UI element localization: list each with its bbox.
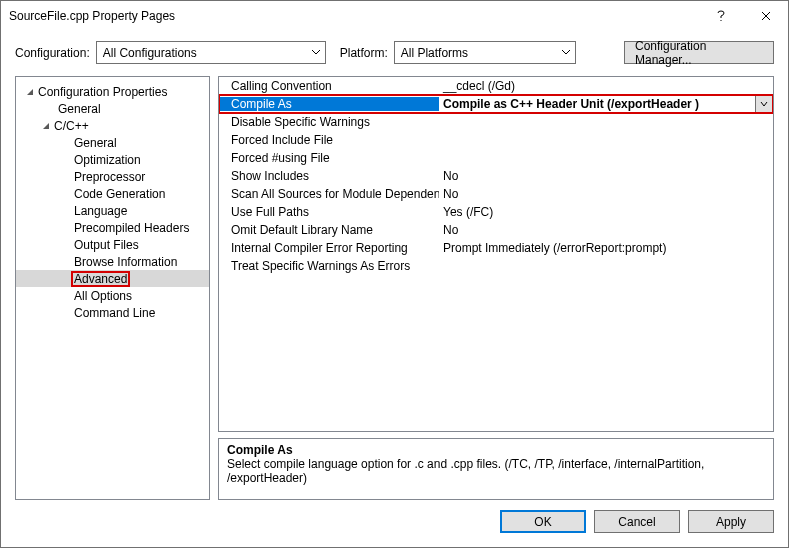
tree-node-cpp[interactable]: C/C++	[16, 117, 209, 134]
property-value: Compile as C++ Header Unit (/exportHeade…	[439, 97, 755, 111]
tree-node-general[interactable]: General	[16, 134, 209, 151]
description-box: Compile As Select compile language optio…	[218, 438, 774, 500]
tree-node-advanced[interactable]: Advanced	[16, 270, 209, 287]
property-name: Disable Specific Warnings	[219, 115, 439, 129]
value-dropdown-button[interactable]	[755, 95, 773, 113]
property-row[interactable]: Use Full PathsYes (/FC)	[219, 203, 773, 221]
property-name: Scan All Sources for Module Dependencies	[219, 187, 439, 201]
tree-node-label: Precompiled Headers	[72, 221, 191, 235]
property-row[interactable]: Treat Specific Warnings As Errors	[219, 257, 773, 275]
nav-tree[interactable]: Configuration Properties General C/C++ G…	[15, 76, 210, 500]
platform-label: Platform:	[340, 46, 388, 60]
property-name: Omit Default Library Name	[219, 223, 439, 237]
close-icon	[761, 11, 771, 21]
configuration-row: Configuration: All Configurations Platfo…	[15, 41, 774, 64]
help-icon	[717, 10, 725, 22]
tree-node-language[interactable]: Language	[16, 202, 209, 219]
property-name: Show Includes	[219, 169, 439, 183]
tree-node-all-options[interactable]: All Options	[16, 287, 209, 304]
tree-node-precompiled-headers[interactable]: Precompiled Headers	[16, 219, 209, 236]
ok-button[interactable]: OK	[500, 510, 586, 533]
property-value: Yes (/FC)	[439, 205, 773, 219]
property-row[interactable]: Show IncludesNo	[219, 167, 773, 185]
tree-node-label: All Options	[72, 289, 134, 303]
property-row[interactable]: Internal Compiler Error ReportingPrompt …	[219, 239, 773, 257]
tree-node-optimization[interactable]: Optimization	[16, 151, 209, 168]
platform-value: All Platforms	[401, 46, 468, 60]
apply-button[interactable]: Apply	[688, 510, 774, 533]
property-name: Forced #using File	[219, 151, 439, 165]
titlebar: SourceFile.cpp Property Pages	[1, 1, 788, 31]
configuration-value: All Configurations	[103, 46, 197, 60]
chevron-down-icon	[760, 100, 768, 108]
property-pages-window: SourceFile.cpp Property Pages Configurat…	[0, 0, 789, 548]
tree-node-label: Code Generation	[72, 187, 167, 201]
description-title: Compile As	[227, 443, 765, 457]
configuration-label: Configuration:	[15, 46, 90, 60]
property-name: Treat Specific Warnings As Errors	[219, 259, 439, 273]
property-name: Forced Include File	[219, 133, 439, 147]
window-title: SourceFile.cpp Property Pages	[9, 9, 175, 23]
tree-node-label: Browse Information	[72, 255, 179, 269]
property-value: Prompt Immediately (/errorReport:prompt)	[439, 241, 773, 255]
tree-node-label: General	[72, 136, 119, 150]
property-name: Use Full Paths	[219, 205, 439, 219]
chevron-down-icon	[311, 46, 321, 58]
tree-node-label: Advanced	[72, 272, 129, 286]
description-text: Select compile language option for .c an…	[227, 457, 765, 485]
configuration-manager-button[interactable]: Configuration Manager...	[624, 41, 774, 64]
property-row[interactable]: Compile AsCompile as C++ Header Unit (/e…	[219, 95, 773, 113]
property-row[interactable]: Forced Include File	[219, 131, 773, 149]
collapse-icon[interactable]	[40, 122, 52, 130]
property-value: No	[439, 187, 773, 201]
help-button[interactable]	[698, 1, 743, 31]
property-row[interactable]: Forced #using File	[219, 149, 773, 167]
property-row[interactable]: Omit Default Library NameNo	[219, 221, 773, 239]
close-button[interactable]	[743, 1, 788, 31]
property-row[interactable]: Calling Convention__cdecl (/Gd)	[219, 77, 773, 95]
tree-node-browse-information[interactable]: Browse Information	[16, 253, 209, 270]
tree-node-code-generation[interactable]: Code Generation	[16, 185, 209, 202]
tree-node-root[interactable]: Configuration Properties	[16, 83, 209, 100]
dialog-footer: OK Cancel Apply	[15, 510, 774, 533]
property-name: Compile As	[219, 97, 439, 111]
cancel-button[interactable]: Cancel	[594, 510, 680, 533]
property-name: Calling Convention	[219, 79, 439, 93]
tree-node-label: Language	[72, 204, 129, 218]
property-value: __cdecl (/Gd)	[439, 79, 773, 93]
tree-node-command-line[interactable]: Command Line	[16, 304, 209, 321]
tree-node-label: Optimization	[72, 153, 143, 167]
tree-node-label: Preprocessor	[72, 170, 147, 184]
property-name: Internal Compiler Error Reporting	[219, 241, 439, 255]
configuration-dropdown[interactable]: All Configurations	[96, 41, 326, 64]
tree-node-output-files[interactable]: Output Files	[16, 236, 209, 253]
property-value: No	[439, 223, 773, 237]
chevron-down-icon	[561, 46, 571, 58]
tree-node-label: Output Files	[72, 238, 141, 252]
property-row[interactable]: Scan All Sources for Module Dependencies…	[219, 185, 773, 203]
tree-node-general[interactable]: General	[16, 100, 209, 117]
property-value: No	[439, 169, 773, 183]
platform-dropdown[interactable]: All Platforms	[394, 41, 576, 64]
collapse-icon[interactable]	[24, 88, 36, 96]
property-grid[interactable]: Calling Convention__cdecl (/Gd)Compile A…	[218, 76, 774, 432]
property-row[interactable]: Disable Specific Warnings	[219, 113, 773, 131]
tree-node-label: Command Line	[72, 306, 157, 320]
tree-node-preprocessor[interactable]: Preprocessor	[16, 168, 209, 185]
